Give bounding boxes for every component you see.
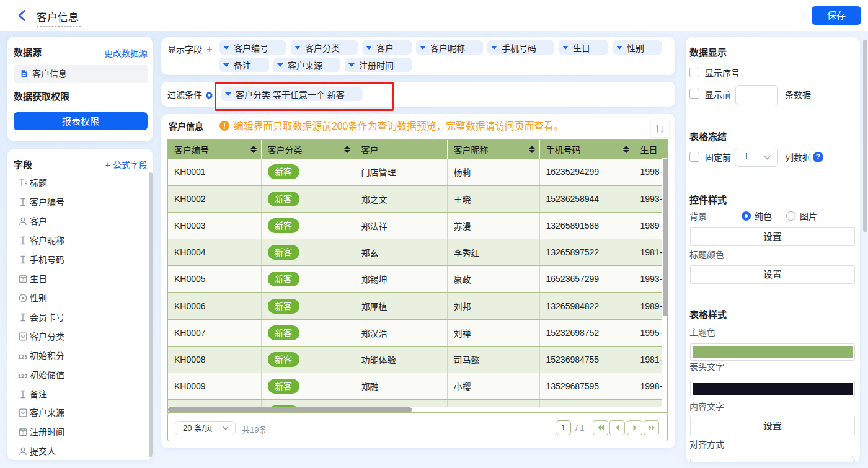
svg-text:7: 7: [22, 278, 24, 282]
svg-text:7: 7: [22, 431, 24, 435]
